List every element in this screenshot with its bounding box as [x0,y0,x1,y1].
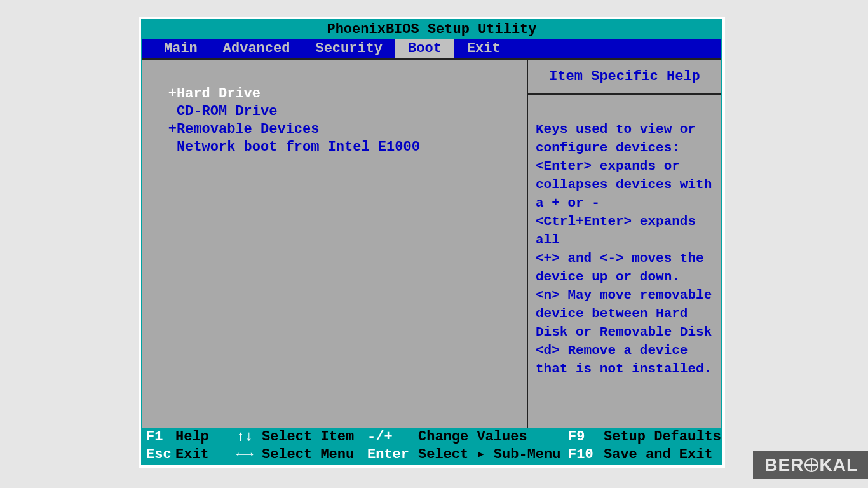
arrow-leftright-icon[interactable]: ←→ [236,446,262,464]
expand-icon: + [168,85,177,103]
bios-window: PhoenixBIOS Setup Utility Main Advanced … [139,17,725,468]
watermark-text: BER [764,455,804,475]
title-bar: PhoenixBIOS Setup Utility [142,20,721,39]
help-line: <n> May move removable [536,286,715,304]
footer-row-2: Esc Exit ←→ Select Menu Enter Select ▸ S… [142,446,721,464]
boot-item-removable[interactable]: +Removable Devices [168,121,520,139]
boot-item-hard-drive[interactable]: +Hard Drive [168,85,520,103]
hotkey-f9[interactable]: F9 [568,428,604,446]
boot-item-label: Removable Devices [177,121,319,137]
help-body: Keys used to view or configure devices: … [528,95,721,384]
hotkey-enter[interactable]: Enter [367,446,418,464]
hotkey-minusplus[interactable]: -/+ [367,428,418,446]
help-line: all [536,231,715,249]
hotkey-label: Select ▸ Sub-Menu [418,446,568,464]
help-line: Keys used to view or [536,120,715,139]
bios-inner: PhoenixBIOS Setup Utility Main Advanced … [141,19,722,465]
tab-main[interactable]: Main [151,39,210,58]
help-pane: Item Specific Help Keys used to view or … [527,60,721,428]
boot-item-label: CD-ROM Drive [177,104,277,119]
main-area: +Hard Drive CD-ROM Drive +Removable Devi… [142,58,721,428]
hotkey-label: Select Item [262,428,367,446]
expand-icon [168,103,177,121]
help-line: a + or - [536,194,715,212]
globe-icon [804,458,818,472]
help-line: Disk or Removable Disk [536,323,715,341]
help-line: <d> Remove a device [536,341,715,360]
watermark-text: KAL [819,455,858,475]
footer: F1 Help ↑↓ Select Item -/+ Change Values… [142,428,721,464]
tab-security[interactable]: Security [302,39,395,58]
boot-order-pane: +Hard Drive CD-ROM Drive +Removable Devi… [142,60,527,428]
tab-advanced[interactable]: Advanced [210,39,303,58]
boot-item-label: Hard Drive [177,86,261,102]
hotkey-label: Save and Exit [604,446,721,464]
help-line: that is not installed. [536,360,715,378]
arrow-updown-icon[interactable]: ↑↓ [236,428,262,446]
help-line: collapses devices with [536,175,715,194]
hotkey-label: Change Values [418,428,568,446]
boot-item-network[interactable]: Network boot from Intel E1000 [168,139,520,156]
footer-row-1: F1 Help ↑↓ Select Item -/+ Change Values… [142,428,721,446]
expand-icon: + [168,121,177,139]
hotkey-f1[interactable]: F1 [142,428,175,446]
hotkey-label: Select Menu [262,446,367,464]
help-title: Item Specific Help [528,60,721,95]
hotkey-label: Exit [175,446,236,464]
hotkey-label: Help [175,428,236,446]
hotkey-esc[interactable]: Esc [142,446,175,464]
tab-boot[interactable]: Boot [395,39,454,58]
boot-item-label: Network boot from Intel E1000 [177,139,420,155]
help-line: <Enter> expands or [536,157,715,175]
help-line: device between Hard [536,304,715,323]
watermark: BER KAL [753,451,868,479]
app-title: PhoenixBIOS Setup Utility [327,22,536,37]
menu-bar: Main Advanced Security Boot Exit [142,39,721,58]
expand-icon [168,139,177,156]
hotkey-label: Setup Defaults [604,428,721,446]
boot-item-cdrom[interactable]: CD-ROM Drive [168,103,520,121]
help-line: <+> and <-> moves the [536,249,715,268]
help-line: configure devices: [536,139,715,157]
help-line: device up or down. [536,268,715,286]
help-line: <Ctrl+Enter> expands [536,212,715,231]
hotkey-f10[interactable]: F10 [568,446,604,464]
tab-exit[interactable]: Exit [454,39,513,58]
